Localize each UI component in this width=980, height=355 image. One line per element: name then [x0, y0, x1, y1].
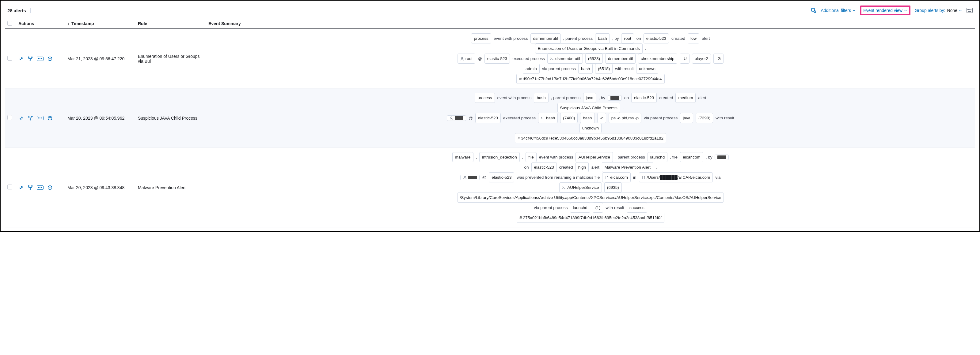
summary-chip[interactable]: elastic-523	[644, 33, 669, 43]
additional-filters-dropdown[interactable]: Additional filters	[821, 8, 856, 13]
summary-chip[interactable]: low	[688, 33, 699, 43]
more-actions-icon[interactable]: •••	[37, 116, 43, 120]
view-mode-dropdown[interactable]: Event rendered view	[863, 8, 907, 13]
summary-chip[interactable]: high	[576, 162, 589, 172]
expand-icon[interactable]	[18, 116, 24, 121]
summary-chip[interactable]: # 275a021bbfb6489e54d471899f7db9d1663fc6…	[517, 213, 664, 223]
summary-chip[interactable]	[608, 95, 622, 101]
col-timestamp[interactable]: ↓Timestamp	[65, 18, 135, 29]
more-actions-icon[interactable]: •••	[37, 57, 43, 61]
summary-chip[interactable]: bash	[534, 93, 548, 103]
rule-cell[interactable]: Enumeration of Users or Groups via Bui	[135, 29, 206, 89]
keyboard-icon[interactable]	[967, 8, 973, 13]
cube-icon[interactable]	[47, 56, 53, 62]
row-checkbox[interactable]	[7, 115, 12, 120]
summary-chip[interactable]: -G	[713, 54, 724, 63]
summary-chip[interactable]: admin	[523, 63, 539, 74]
summary-chip[interactable]: (7400)	[560, 113, 578, 123]
summary-chip[interactable]: bash	[538, 113, 558, 123]
table-row: ••• Mar 20, 2023 @ 09:43:38.348 Malware …	[5, 148, 975, 227]
summary-chip[interactable]: elastic-523	[485, 54, 510, 63]
summary-chip[interactable]: process	[475, 93, 495, 103]
summary-chip[interactable]: root	[621, 33, 634, 43]
summary-chip[interactable]: checkmembership	[638, 54, 677, 63]
summary-chip[interactable]: unknown	[579, 123, 601, 133]
summary-chip[interactable]: elastic-523	[631, 93, 657, 103]
summary-chip[interactable]: Suspicious JAVA Child Process	[557, 103, 620, 113]
summary-text: was prevented from renaming a malicious …	[517, 173, 600, 181]
timeline-icon[interactable]	[811, 8, 816, 13]
summary-chip[interactable]: Malware Prevention Alert	[602, 162, 653, 172]
svg-point-9	[451, 117, 452, 118]
summary-chip[interactable]: player2	[692, 54, 711, 63]
summary-text: .	[645, 44, 646, 52]
summary-chip[interactable]: launchd	[648, 152, 667, 162]
cube-icon[interactable]	[47, 185, 53, 190]
analyzer-icon[interactable]	[27, 56, 33, 62]
summary-text: , by	[706, 153, 713, 161]
rule-cell[interactable]: Suspicious JAVA Child Process	[135, 89, 206, 148]
summary-chip[interactable]: /System/Library/CoreServices/Application…	[457, 192, 724, 203]
svg-point-1	[814, 11, 816, 13]
summary-text: via	[715, 173, 721, 181]
summary-chip[interactable]: process	[471, 33, 491, 43]
summary-chip[interactable]: -U	[680, 54, 689, 63]
summary-chip[interactable]: launchd	[570, 203, 590, 213]
summary-chip[interactable]: medium	[675, 93, 695, 103]
summary-text: in	[633, 173, 636, 181]
summary-chip[interactable]: eicar.com	[680, 152, 703, 162]
summary-chip[interactable]	[447, 116, 466, 121]
summary-text: executed process	[512, 54, 545, 63]
summary-chip[interactable]: (6518)	[595, 63, 612, 74]
expand-icon[interactable]	[18, 185, 24, 190]
summary-text: event with process	[494, 34, 528, 43]
rule-cell[interactable]: Malware Prevention Alert	[135, 148, 206, 227]
more-actions-icon[interactable]: •••	[37, 185, 43, 190]
analyzer-icon[interactable]	[27, 116, 33, 121]
alert-count: 28 alerts	[7, 8, 26, 13]
summary-chip[interactable]: # 34cf46f456dc97ece5304650cc0a833d9b3456…	[515, 133, 666, 143]
summary-chip[interactable]	[714, 155, 729, 160]
summary-chip[interactable]: malware	[452, 152, 474, 162]
summary-chip[interactable]: (6935)	[604, 182, 622, 192]
summary-chip[interactable]: dsmemberutil	[547, 54, 583, 63]
summary-chip[interactable]: /Users/██████/EICAR/eicar.com	[639, 172, 713, 182]
summary-chip[interactable]: java	[680, 113, 693, 123]
analyzer-icon[interactable]	[27, 185, 33, 190]
cube-icon[interactable]	[47, 116, 53, 121]
summary-chip[interactable]: intrusion_detection	[479, 152, 519, 162]
summary-chip[interactable]: dsmemberutil	[530, 33, 561, 43]
summary-chip[interactable]: (7390)	[695, 113, 713, 123]
summary-text: event with process	[497, 94, 532, 102]
summary-chip[interactable]: AUHelperService	[559, 182, 602, 192]
summary-chip[interactable]	[460, 175, 480, 180]
summary-chip[interactable]: dsmemberutil	[605, 54, 636, 63]
summary-chip[interactable]: root	[458, 54, 475, 63]
summary-chip[interactable]: elastic-523	[531, 162, 557, 172]
summary-text: on	[624, 94, 629, 102]
summary-chip[interactable]: # d90e71c77bfbd1f6e7d2bff7fcf9b068a72b4c…	[516, 74, 664, 84]
summary-chip[interactable]: Enumeration of Users or Groups via Built…	[535, 43, 643, 54]
summary-chip[interactable]: (1)	[593, 203, 603, 213]
group-alerts-dropdown[interactable]: Group alerts by: None	[915, 8, 962, 13]
expand-icon[interactable]	[18, 56, 24, 62]
summary-cell: malware,intrusion_detection,fileevent wi…	[206, 148, 975, 227]
row-checkbox[interactable]	[7, 56, 12, 60]
summary-chip[interactable]: (6523)	[585, 54, 603, 63]
row-checkbox[interactable]	[7, 185, 12, 189]
summary-chip[interactable]: bash	[578, 63, 593, 74]
summary-chip[interactable]: elastic-523	[475, 113, 501, 123]
summary-chip[interactable]: unknown	[636, 63, 658, 74]
summary-chip[interactable]: ps -o pid,rss -p	[609, 113, 641, 123]
summary-chip[interactable]: -c	[597, 113, 606, 123]
summary-chip[interactable]: java	[583, 93, 597, 103]
summary-chip[interactable]: AUHelperService	[576, 152, 613, 162]
summary-text: @	[469, 114, 473, 122]
select-all-checkbox[interactable]	[7, 21, 12, 26]
summary-chip[interactable]: success	[627, 203, 647, 213]
summary-chip[interactable]: file	[525, 152, 536, 162]
summary-chip[interactable]: bash	[580, 113, 595, 123]
summary-chip[interactable]: elastic-523	[489, 172, 514, 182]
summary-chip[interactable]: eicar.com	[602, 172, 631, 182]
summary-chip[interactable]: bash	[595, 33, 609, 43]
